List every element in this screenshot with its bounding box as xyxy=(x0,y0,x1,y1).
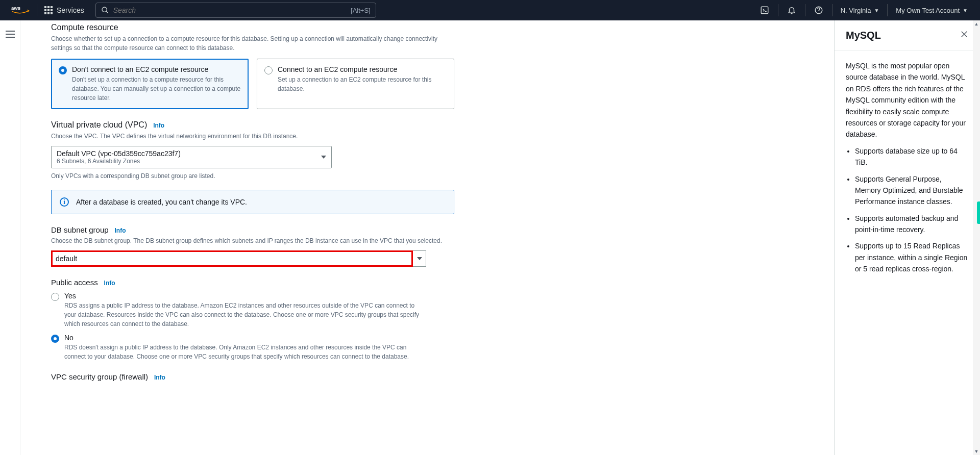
cloudshell-icon xyxy=(760,5,770,15)
services-label: Services xyxy=(57,6,84,14)
svg-line-2 xyxy=(106,11,108,13)
search-shortcut: [Alt+S] xyxy=(351,7,371,14)
grid-icon xyxy=(44,6,53,14)
nav-divider xyxy=(778,4,778,16)
help-button[interactable] xyxy=(806,0,831,20)
notifications-button[interactable] xyxy=(779,0,804,20)
caret-down-icon: ▼ xyxy=(874,8,879,13)
global-nav: aws Services [Alt+S] N. Virgini xyxy=(0,0,980,20)
aws-logo[interactable]: aws xyxy=(5,5,36,16)
nav-divider xyxy=(887,4,888,16)
global-search[interactable]: [Alt+S] xyxy=(95,3,376,18)
bell-icon xyxy=(787,5,797,15)
region-label: N. Virginia xyxy=(841,7,871,14)
nav-divider xyxy=(832,4,832,16)
svg-text:aws: aws xyxy=(11,5,20,11)
region-selector[interactable]: N. Virginia ▼ xyxy=(834,0,887,20)
caret-down-icon: ▼ xyxy=(963,8,968,13)
nav-divider xyxy=(37,4,37,16)
account-label: My Own Test Account xyxy=(896,7,960,14)
cloudshell-button[interactable] xyxy=(752,0,777,20)
nav-divider xyxy=(805,4,805,16)
help-icon xyxy=(814,5,824,15)
search-input[interactable] xyxy=(113,6,351,14)
nav-right: N. Virginia ▼ My Own Test Account ▼ xyxy=(752,0,975,20)
services-menu[interactable]: Services xyxy=(38,6,90,14)
svg-point-1 xyxy=(102,7,107,12)
account-menu[interactable]: My Own Test Account ▼ xyxy=(889,0,975,20)
search-icon xyxy=(101,6,109,14)
